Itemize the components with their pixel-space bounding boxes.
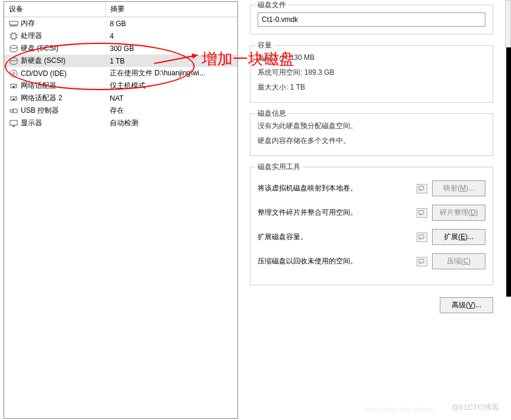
svg-rect-34 (419, 259, 424, 263)
disk-file-input[interactable] (258, 12, 485, 27)
svg-point-18 (10, 70, 17, 77)
cpu-icon (9, 32, 18, 40)
device-name: USB 控制器 (21, 106, 59, 116)
svg-point-19 (13, 72, 15, 74)
svg-point-17 (10, 58, 17, 61)
settings-panel: 磁盘文件 容量 当前大小: 130 MB 系统可用空间: 189.3 GB 最大… (238, 0, 511, 420)
disk-info-line2: 硬盘内容存储在多个文件中。 (258, 133, 485, 148)
device-summary: NAT (105, 92, 237, 104)
watermark-csdn: https://blog.csdn.net/wei (364, 406, 434, 413)
svg-rect-24 (12, 98, 15, 100)
device-summary: 4 (105, 30, 237, 42)
help-icon[interactable] (417, 208, 427, 218)
disk-utilities-group: 磁盘实用工具 将该虚拟机磁盘映射到本地卷。映射(M)...整理文件碎片并整合可用… (250, 167, 493, 285)
table-row[interactable]: 显示器自动检测 (4, 117, 237, 129)
utility-text: 压缩磁盘以回收未使用的空间。 (258, 256, 412, 266)
device-name: 硬盘 (SCSI) (21, 43, 58, 53)
utility-row: 将该虚拟机磁盘映射到本地卷。映射(M)... (258, 180, 485, 196)
table-row[interactable]: 处理器4 (4, 30, 237, 42)
utility-button[interactable]: 碎片整理(D) (432, 205, 485, 221)
svg-rect-27 (13, 109, 17, 113)
disk-file-group: 磁盘文件 (250, 5, 493, 34)
disk-file-title: 磁盘文件 (255, 0, 288, 10)
utility-button[interactable]: 压缩(C) (432, 253, 485, 269)
device-summary: 8 GB (105, 17, 237, 30)
max-size-label: 最大大小: 1 TB (258, 80, 485, 95)
table-row[interactable]: 硬盘 (SCSI)300 GB (4, 42, 237, 55)
utility-row: 压缩磁盘以回收未使用的空间。压缩(C) (258, 253, 485, 269)
device-name: CD/DVD (IDE) (21, 69, 66, 78)
utility-button[interactable]: 映射(M)... (432, 180, 485, 196)
help-icon[interactable] (417, 257, 427, 266)
col-summary[interactable]: 摘要 (105, 2, 237, 17)
display-icon (9, 119, 18, 128)
device-summary: 自动检测 (105, 117, 237, 129)
capacity-title: 容量 (255, 40, 274, 50)
svg-rect-7 (11, 34, 16, 39)
help-icon[interactable] (417, 184, 427, 193)
net-icon (9, 94, 18, 103)
utility-text: 扩展磁盘容量。 (258, 232, 412, 242)
capacity-group: 容量 当前大小: 130 MB 系统可用空间: 189.3 GB 最大大小: 1… (250, 45, 493, 103)
help-icon[interactable] (417, 233, 427, 242)
svg-rect-31 (419, 186, 424, 190)
window-edge-black (506, 47, 511, 297)
disk-icon (9, 44, 18, 53)
svg-point-16 (10, 45, 17, 48)
device-summary: 存在 (105, 104, 237, 117)
disk-info-group: 磁盘信息 没有为此硬盘预分配磁盘空间。 硬盘内容存储在多个文件中。 (250, 113, 493, 156)
memory-icon (9, 20, 18, 28)
table-row[interactable]: CD/DVD (IDE)正在使用文件 D:\huanjing\wi... (4, 67, 237, 79)
device-summary: 1 TB (105, 55, 237, 67)
device-name: 显示器 (21, 118, 42, 128)
device-summary: 正在使用文件 D:\huanjing\wi... (105, 67, 237, 79)
free-space-label: 系统可用空间: 189.3 GB (258, 65, 485, 80)
device-name: 网络适配器 (21, 81, 56, 91)
utility-text: 整理文件碎片并整合可用空间。 (258, 208, 412, 218)
utility-button[interactable]: 扩展(E)... (432, 229, 485, 245)
device-table: 设备 摘要 内存8 GB处理器4硬盘 (SCSI)300 GB新硬盘 (SCSI… (4, 2, 237, 129)
disk-info-title: 磁盘信息 (255, 109, 288, 119)
utilities-title: 磁盘实用工具 (255, 162, 303, 172)
device-name: 新硬盘 (SCSI) (21, 56, 65, 66)
device-name: 处理器 (21, 31, 42, 41)
table-row[interactable]: 网络适配器仅主机模式 (4, 79, 237, 92)
svg-point-22 (15, 85, 16, 86)
watermark-51cto: @51CTO博客 (451, 402, 499, 413)
device-summary: 仅主机模式 (105, 79, 237, 92)
table-row[interactable]: 网络适配器 2NAT (4, 92, 237, 104)
net-icon (9, 82, 18, 90)
utility-text: 将该虚拟机磁盘映射到本地卷。 (258, 183, 412, 193)
svg-rect-32 (419, 211, 424, 214)
svg-rect-33 (419, 235, 424, 238)
svg-rect-0 (9, 21, 18, 25)
usb-icon (9, 107, 18, 115)
cd-icon (9, 69, 18, 78)
svg-rect-21 (12, 86, 15, 88)
svg-rect-28 (10, 120, 17, 125)
table-row[interactable]: USB 控制器存在 (4, 104, 237, 117)
device-list-panel: 设备 摘要 内存8 GB处理器4硬盘 (SCSI)300 GB新硬盘 (SCSI… (4, 1, 238, 419)
disk-icon (9, 57, 18, 65)
utility-row: 扩展磁盘容量。扩展(E)... (258, 229, 485, 245)
device-name: 内存 (21, 18, 35, 28)
device-name: 网络适配器 2 (21, 93, 62, 103)
utility-row: 整理文件碎片并整合可用空间。碎片整理(D) (258, 205, 485, 221)
svg-point-25 (15, 97, 16, 98)
current-size-label: 当前大小: 130 MB (258, 50, 485, 65)
col-device[interactable]: 设备 (4, 2, 105, 17)
table-row[interactable]: 新硬盘 (SCSI)1 TB (4, 55, 237, 67)
device-summary: 300 GB (105, 42, 237, 55)
table-row[interactable]: 内存8 GB (4, 17, 237, 30)
disk-info-line1: 没有为此硬盘预分配磁盘空间。 (258, 119, 485, 133)
advanced-button[interactable]: 高级(V)... (440, 297, 493, 313)
svg-rect-26 (10, 110, 13, 112)
window-edge-top (505, 0, 511, 47)
